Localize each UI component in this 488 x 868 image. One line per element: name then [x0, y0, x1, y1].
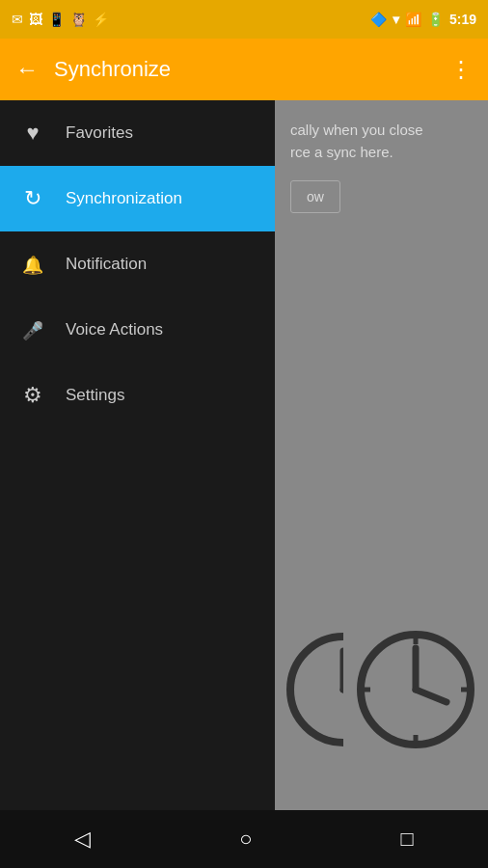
bottom-nav: ◁ ○ □	[0, 810, 488, 868]
status-icons-left: ✉ 🖼 📱 🦉 ⚡	[12, 12, 109, 27]
sidebar-item-voice-actions[interactable]: Voice Actions	[0, 297, 275, 363]
bluetooth-icon: 🔷	[370, 12, 387, 27]
right-panel: cally when you closerce a sync here. ow	[275, 100, 488, 810]
recent-nav-button[interactable]: □	[401, 827, 414, 852]
bell-icon	[19, 252, 46, 277]
main-content: Favorites Synchronization Notification V…	[0, 100, 488, 810]
more-options-button[interactable]: ⋮	[449, 56, 473, 83]
back-button[interactable]: ←	[15, 56, 39, 83]
clock-icon	[353, 627, 478, 752]
status-icons-right: 🔷 ▾ 📶 🔋 5:19	[370, 12, 476, 27]
svg-point-0	[290, 637, 343, 743]
content-description: cally when you closerce a sync here.	[275, 100, 488, 173]
sync-icon	[19, 186, 46, 211]
sidebar-item-settings[interactable]: Settings	[0, 363, 275, 428]
back-nav-button[interactable]: ◁	[74, 827, 91, 852]
sidebar-label-notification: Notification	[66, 255, 147, 274]
svg-line-5	[416, 690, 447, 702]
partial-clock-icon	[275, 627, 343, 752]
lightning-icon: ⚡	[93, 12, 109, 27]
status-bar: ✉ 🖼 📱 🦉 ⚡ 🔷 ▾ 📶 🔋 5:19	[0, 0, 488, 39]
sidebar-item-synchronization[interactable]: Synchronization	[0, 166, 275, 231]
sidebar: Favorites Synchronization Notification V…	[0, 100, 275, 810]
gear-icon	[19, 383, 46, 408]
mic-icon	[19, 317, 46, 342]
signal-icon: 📶	[405, 12, 421, 27]
home-nav-button[interactable]: ○	[239, 827, 252, 852]
sidebar-label-voice-actions: Voice Actions	[66, 320, 163, 339]
sidebar-item-notification[interactable]: Notification	[0, 231, 275, 297]
image-icon: 🖼	[29, 12, 42, 27]
phone-icon: 📱	[48, 12, 65, 27]
wifi-icon: ▾	[393, 12, 399, 27]
email-icon: ✉	[12, 12, 23, 27]
owl-icon: 🦉	[70, 12, 87, 27]
sidebar-label-favorites: Favorites	[66, 123, 133, 143]
battery-icon: 🔋	[427, 12, 444, 27]
sync-now-button[interactable]: ow	[290, 180, 340, 213]
time-display: 5:19	[449, 12, 476, 27]
sidebar-label-settings: Settings	[66, 386, 124, 405]
sidebar-label-synchronization: Synchronization	[66, 189, 182, 208]
sidebar-item-favorites[interactable]: Favorites	[0, 100, 275, 166]
app-bar: ← Synchronize ⋮	[0, 39, 488, 100]
page-title: Synchronize	[54, 57, 434, 82]
heart-icon	[19, 121, 46, 146]
clock-area	[275, 627, 478, 752]
